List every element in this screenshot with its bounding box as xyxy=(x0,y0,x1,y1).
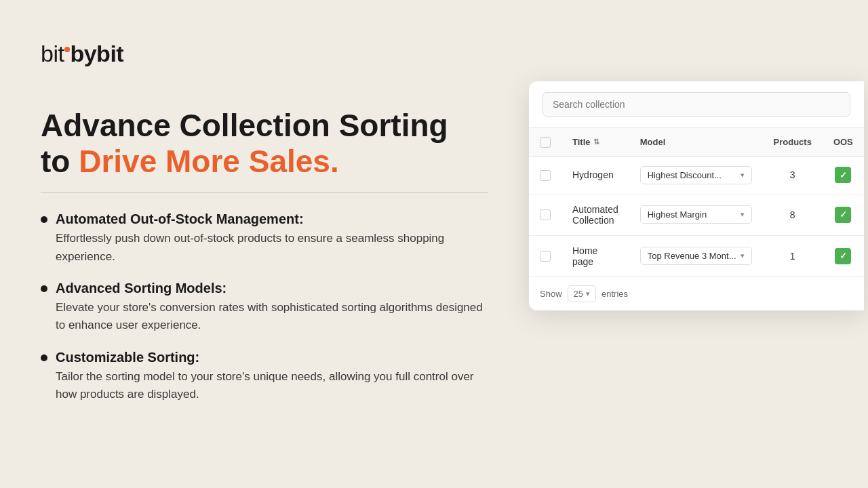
logo-bit2: bit xyxy=(96,41,123,66)
collections-table: Title ⇅ Model Products OOS xyxy=(529,128,864,277)
divider xyxy=(41,192,488,193)
right-column: Title ⇅ Model Products OOS xyxy=(529,27,864,310)
row1-check xyxy=(529,156,561,194)
row2-model-select[interactable]: Highest Margin ▾ xyxy=(640,205,752,224)
entries-label: entries xyxy=(601,289,628,299)
table-row: Home page Top Revenue 3 Mont... ▾ 1 ✓ xyxy=(529,235,864,277)
chevron-down-icon: ▾ xyxy=(586,289,590,298)
feature-desc-custom: Tailor the sorting model to your store's… xyxy=(56,368,488,404)
table-row: Hydrogen Highest Discount... ▾ 3 ✓ xyxy=(529,156,864,194)
headline: Advance Collection Sorting to Drive More… xyxy=(41,108,488,180)
title-sort: Title ⇅ xyxy=(572,137,618,147)
ui-panel: Title ⇅ Model Products OOS xyxy=(529,81,864,310)
col-header-products: Products xyxy=(763,128,823,156)
col-header-oos: OOS xyxy=(823,128,864,156)
headline-line1: Advance Collection Sorting xyxy=(41,108,448,143)
col-header-model: Model xyxy=(629,128,763,156)
row3-model-label: Top Revenue 3 Mont... xyxy=(648,251,736,261)
feature-content-custom: Customizable Sorting: Tailor the sorting… xyxy=(56,350,488,404)
col-header-check xyxy=(529,128,561,156)
row1-oos: ✓ xyxy=(823,156,864,194)
logo: bitbybit xyxy=(41,41,488,67)
row2-check xyxy=(529,194,561,235)
row2-products: 8 xyxy=(763,194,823,235)
row1-model-select[interactable]: Highest Discount... ▾ xyxy=(640,166,752,184)
feature-title-custom: Customizable Sorting: xyxy=(56,350,488,365)
row1-model-label: Highest Discount... xyxy=(648,170,722,180)
row1-products: 3 xyxy=(763,156,823,194)
feature-desc-oos: Effortlessly push down out-of-stock prod… xyxy=(56,230,488,266)
header-checkbox[interactable] xyxy=(540,137,551,148)
row3-checkbox[interactable] xyxy=(540,251,551,262)
feature-desc-sorting: Elevate your store's conversion rates wi… xyxy=(56,299,488,335)
chevron-down-icon: ▾ xyxy=(741,210,745,219)
row2-model: Highest Margin ▾ xyxy=(629,194,763,235)
row2-oos-check[interactable]: ✓ xyxy=(835,207,851,223)
feature-item-oos: Automated Out-of-Stock Management: Effor… xyxy=(41,211,488,266)
row1-oos-check[interactable]: ✓ xyxy=(835,167,851,183)
row1-title: Hydrogen xyxy=(561,156,629,194)
row3-title: Home page xyxy=(561,235,629,277)
row1-model: Highest Discount... ▾ xyxy=(629,156,763,194)
table-header-row: Title ⇅ Model Products OOS xyxy=(529,128,864,156)
entries-value: 25 xyxy=(574,289,583,299)
row2-title: Automated Collection xyxy=(561,194,629,235)
row3-products: 1 xyxy=(763,235,823,277)
table-body: Hydrogen Highest Discount... ▾ 3 ✓ xyxy=(529,156,864,277)
col-header-title: Title ⇅ xyxy=(561,128,629,156)
logo-bit1: bit xyxy=(41,41,64,66)
bullet-sorting xyxy=(41,285,47,292)
row2-model-label: Highest Margin xyxy=(648,209,707,220)
feature-title-sorting: Advanced Sorting Models: xyxy=(56,281,488,296)
row2-checkbox[interactable] xyxy=(540,209,551,220)
bullet-custom xyxy=(41,354,47,361)
headline-line2-prefix: to xyxy=(41,144,79,179)
headline-orange: Drive More Sales. xyxy=(79,144,339,179)
row3-model: Top Revenue 3 Mont... ▾ xyxy=(629,235,763,277)
feature-item-custom: Customizable Sorting: Tailor the sorting… xyxy=(41,350,488,404)
show-label: Show xyxy=(540,289,562,299)
row2-oos: ✓ xyxy=(823,194,864,235)
row3-oos-check[interactable]: ✓ xyxy=(835,248,851,264)
row1-checkbox[interactable] xyxy=(540,170,551,181)
page-wrapper: bitbybit Advance Collection Sorting to D… xyxy=(0,0,868,488)
feature-content-oos: Automated Out-of-Stock Management: Effor… xyxy=(56,211,488,266)
bullet-oos xyxy=(41,216,47,223)
search-bar xyxy=(529,81,864,128)
features-list: Automated Out-of-Stock Management: Effor… xyxy=(41,211,488,403)
logo-by: by xyxy=(70,41,96,66)
search-input[interactable] xyxy=(542,92,850,117)
table-header: Title ⇅ Model Products OOS xyxy=(529,128,864,156)
row3-model-select[interactable]: Top Revenue 3 Mont... ▾ xyxy=(640,247,752,265)
feature-content-sorting: Advanced Sorting Models: Elevate your st… xyxy=(56,281,488,335)
table-row: Automated Collection Highest Margin ▾ 8 … xyxy=(529,194,864,235)
row3-check xyxy=(529,235,561,277)
feature-title-oos: Automated Out-of-Stock Management: xyxy=(56,211,488,227)
sort-icon[interactable]: ⇅ xyxy=(593,138,599,146)
chevron-down-icon: ▾ xyxy=(741,251,745,260)
chevron-down-icon: ▾ xyxy=(741,171,745,180)
left-column: bitbybit Advance Collection Sorting to D… xyxy=(41,27,488,403)
entries-select[interactable]: 25 ▾ xyxy=(568,285,596,302)
feature-item-sorting: Advanced Sorting Models: Elevate your st… xyxy=(41,281,488,335)
table-footer: Show 25 ▾ entries xyxy=(529,277,864,310)
row3-oos: ✓ xyxy=(823,235,864,277)
